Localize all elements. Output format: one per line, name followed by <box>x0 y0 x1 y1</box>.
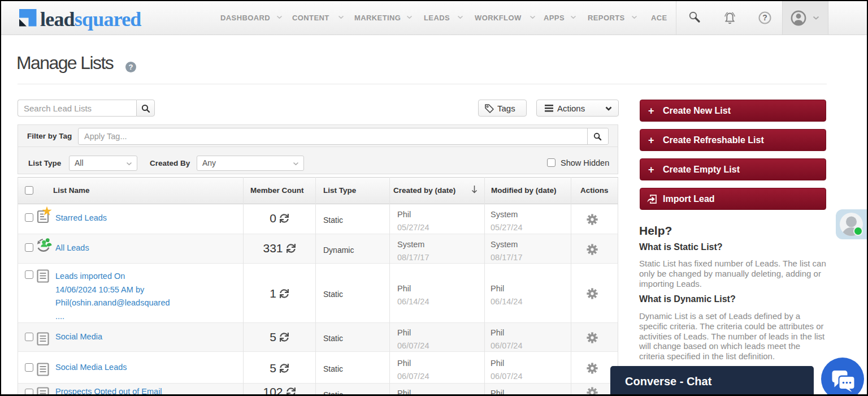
svg-text:?: ? <box>762 13 767 22</box>
